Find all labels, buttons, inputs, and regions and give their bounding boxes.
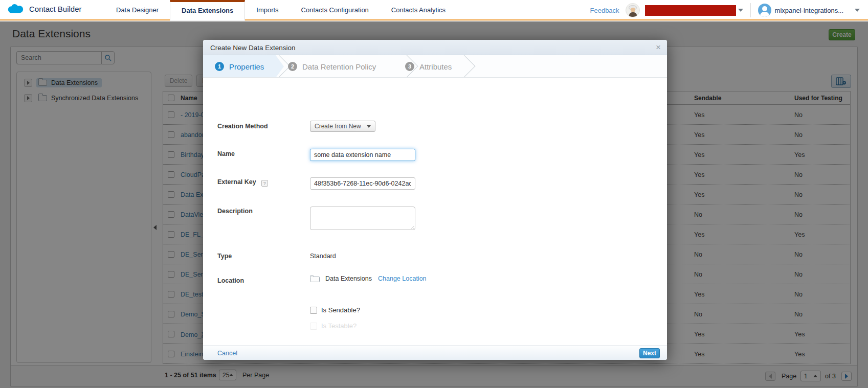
type-label: Type (217, 253, 232, 260)
nav-divider (750, 3, 751, 17)
modal-title: Create New Data Extension (210, 44, 296, 52)
brand[interactable]: Contact Builder (7, 3, 82, 15)
modal-header: Create New Data Extension × (203, 40, 667, 55)
nav-right-group: Feedback mixpanel-integrations... (590, 0, 868, 20)
is-testable-label: Is Testable? (321, 322, 357, 330)
is-sendable-row: Is Sendable? (310, 306, 360, 314)
modal-body: Creation Method Create from New Name Ext… (203, 78, 667, 345)
avatar-shoulders (760, 12, 769, 17)
change-location-link[interactable]: Change Location (378, 275, 427, 282)
einstein-avatar[interactable] (626, 3, 640, 17)
location-label: Location (217, 277, 244, 284)
modal-footer: Cancel Next (203, 346, 667, 360)
nav-tab-data-extensions[interactable]: Data Extensions (170, 0, 245, 20)
description-textarea[interactable] (310, 207, 415, 230)
location-row: Data Extensions Change Location (310, 275, 427, 282)
avatar-head (762, 6, 767, 11)
description-label: Description (217, 208, 253, 215)
step-number: 1 (215, 62, 224, 71)
creation-method-value: Create from New (315, 123, 361, 130)
step-number: 3 (405, 62, 414, 71)
step-number: 2 (288, 62, 297, 71)
einstein-body (629, 12, 637, 17)
help-icon[interactable]: ? (261, 180, 268, 187)
is-sendable-checkbox[interactable] (310, 307, 317, 314)
nav-tabs: Data Designer Data Extensions Imports Co… (105, 0, 457, 20)
external-key-input[interactable] (310, 177, 415, 190)
folder-icon (310, 276, 320, 282)
dropdown-caret-icon (367, 125, 371, 128)
nav-tab-contacts-configuration[interactable]: Contacts Configuration (290, 0, 380, 20)
app-title: Contact Builder (29, 5, 82, 13)
step-label: Attributes (419, 62, 452, 71)
einstein-face (631, 8, 635, 12)
account-name: mixpanel-integrations... (775, 7, 843, 14)
step-separator (453, 55, 476, 77)
creation-method-label: Creation Method (217, 123, 268, 130)
wizard-steps: 1 Properties 2 Data Retention Policy 3 A… (203, 55, 667, 78)
name-label: Name (217, 150, 235, 157)
salesforce-cloud-icon (7, 3, 25, 15)
type-value: Standard (310, 253, 336, 260)
step-label: Properties (229, 62, 264, 71)
account-chevron-down-icon[interactable] (855, 9, 860, 12)
step-label: Data Retention Policy (302, 62, 376, 71)
step-attributes[interactable]: 3 Attributes (405, 55, 452, 78)
name-input[interactable] (310, 149, 415, 161)
top-nav: Contact Builder Data Designer Data Exten… (0, 0, 868, 20)
location-value: Data Extensions (325, 275, 372, 282)
create-data-extension-modal: Create New Data Extension × 1 Properties… (203, 40, 667, 360)
app-window: Contact Builder Data Designer Data Exten… (0, 0, 868, 388)
cancel-button[interactable]: Cancel (217, 350, 237, 357)
is-testable-row: Is Testable? (310, 322, 357, 330)
creation-method-dropdown[interactable]: Create from New (310, 121, 375, 132)
step-data-retention-policy[interactable]: 2 Data Retention Policy (288, 55, 376, 78)
resize-grip-icon[interactable] (410, 224, 414, 229)
user-avatar[interactable] (758, 4, 771, 17)
is-sendable-label: Is Sendable? (321, 306, 360, 314)
external-key-label: External Key? (217, 178, 268, 187)
close-icon[interactable]: × (656, 42, 661, 53)
chevron-down-icon[interactable] (738, 9, 743, 12)
nav-tab-contacts-analytics[interactable]: Contacts Analytics (380, 0, 457, 20)
nav-tab-imports[interactable]: Imports (245, 0, 290, 20)
feedback-link[interactable]: Feedback (590, 7, 619, 14)
nav-tab-data-designer[interactable]: Data Designer (105, 0, 170, 20)
redacted-business-unit-selector[interactable] (645, 5, 736, 16)
next-button[interactable]: Next (639, 348, 660, 358)
is-testable-checkbox (310, 323, 317, 330)
